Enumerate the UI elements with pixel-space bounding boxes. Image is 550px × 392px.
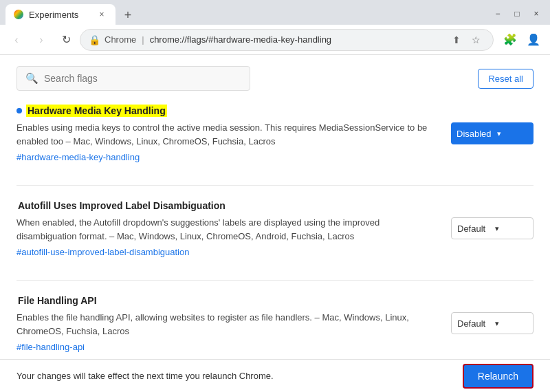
flag-description-2: When enabled, the Autofill dropdown's su… bbox=[16, 216, 440, 243]
search-bar-row: 🔍 Reset all bbox=[16, 66, 534, 91]
bottom-bar: Your changes will take effect the next t… bbox=[0, 359, 550, 392]
flag-dropdown-file[interactable]: Default ▾ bbox=[451, 312, 534, 334]
flag-anchor-link-2[interactable]: #autofill-use-improved-label-disambiguat… bbox=[16, 247, 189, 257]
bottom-message: Your changes will take effect the next t… bbox=[16, 371, 274, 381]
flag-title-row: Hardware Media Key Handling bbox=[16, 105, 534, 117]
relaunch-button[interactable]: Relaunch bbox=[463, 364, 534, 389]
flag-body-2: When enabled, the Autofill dropdown's su… bbox=[16, 216, 534, 258]
flag-description: Enables using media keys to control the … bbox=[16, 121, 440, 148]
omnibox[interactable]: 🔒 Chrome | chrome://flags/#hardware-medi… bbox=[80, 29, 494, 51]
flag-anchor-link[interactable]: #hardware-media-key-handling bbox=[16, 152, 140, 162]
flag-divider bbox=[16, 185, 534, 186]
search-icon: 🔍 bbox=[25, 72, 38, 85]
flag-title-row-2: Autofill Uses Improved Label Disambiguat… bbox=[16, 199, 534, 212]
dropdown-value-3: Default bbox=[457, 318, 490, 329]
flag-title-3: File Handling API bbox=[16, 294, 98, 307]
back-button[interactable]: ‹ bbox=[6, 29, 28, 51]
flag-title-2: Autofill Uses Improved Label Disambiguat… bbox=[16, 199, 227, 212]
reload-button[interactable]: ↻ bbox=[55, 29, 77, 51]
flag-item-file-handling: File Handling API Enables the file handl… bbox=[16, 294, 534, 358]
flag-anchor-link-3[interactable]: #file-handling-api bbox=[16, 342, 85, 352]
forward-button[interactable]: › bbox=[30, 29, 52, 51]
flag-title-row-3: File Handling API bbox=[16, 294, 534, 307]
extensions-button[interactable]: 🧩 bbox=[499, 29, 521, 51]
close-window-button[interactable]: × bbox=[528, 6, 544, 22]
flag-active-dot bbox=[16, 108, 22, 113]
omnibox-separator: | bbox=[140, 34, 145, 45]
search-input[interactable] bbox=[44, 73, 241, 84]
chevron-down-icon: ▾ bbox=[497, 129, 528, 138]
dropdown-value-2: Default bbox=[457, 224, 490, 234]
profile-button[interactable]: 👤 bbox=[522, 29, 544, 51]
flag-desc-col-2: When enabled, the Autofill dropdown's su… bbox=[16, 216, 440, 258]
flag-control-3: Default ▾ bbox=[451, 312, 534, 334]
flag-control: Disabled ▾ bbox=[451, 122, 534, 144]
new-tab-button[interactable]: + bbox=[118, 6, 138, 25]
toolbar-actions: 🧩 👤 bbox=[499, 29, 544, 51]
share-button[interactable]: ⬆ bbox=[448, 31, 465, 49]
flag-dropdown-hardware[interactable]: Disabled ▾ bbox=[451, 122, 534, 144]
bookmark-button[interactable]: ☆ bbox=[467, 31, 485, 49]
flags-content: 🔍 Reset all Hardware Media Key Handling … bbox=[0, 55, 550, 359]
omnibox-actions: ⬆ ☆ bbox=[448, 31, 485, 49]
dropdown-value: Disabled bbox=[456, 129, 492, 139]
omnibox-site: Chrome bbox=[104, 34, 136, 45]
flag-item-autofill-label: Autofill Uses Improved Label Disambiguat… bbox=[16, 199, 534, 263]
chevron-down-icon-3: ▾ bbox=[495, 319, 527, 328]
maximize-button[interactable]: □ bbox=[509, 6, 525, 22]
flag-dropdown-autofill[interactable]: Default ▾ bbox=[451, 217, 534, 239]
flag-desc-col-3: Enables the file handling API, allowing … bbox=[16, 311, 440, 353]
window-controls: − □ × bbox=[490, 6, 544, 25]
flag-description-3: Enables the file handling API, allowing … bbox=[16, 311, 440, 338]
flag-body-3: Enables the file handling API, allowing … bbox=[16, 311, 534, 353]
flag-item-hardware-media-key: Hardware Media Key Handling Enables usin… bbox=[16, 105, 534, 168]
security-icon: 🔒 bbox=[89, 34, 100, 45]
chevron-down-icon-2: ▾ bbox=[495, 224, 527, 233]
flag-body: Enables using media keys to control the … bbox=[16, 121, 534, 163]
reset-all-button[interactable]: Reset all bbox=[478, 69, 534, 89]
flag-title: Hardware Media Key Handling bbox=[26, 105, 167, 117]
minimize-button[interactable]: − bbox=[490, 6, 506, 22]
tab-label: Experiments bbox=[29, 10, 91, 20]
tab-favicon bbox=[14, 10, 23, 19]
flag-divider-2 bbox=[16, 280, 534, 281]
address-bar: ‹ › ↻ 🔒 Chrome | chrome://flags/#hardwar… bbox=[0, 25, 550, 55]
flag-desc-col: Enables using media keys to control the … bbox=[16, 121, 440, 163]
browser-tab[interactable]: Experiments × bbox=[6, 4, 116, 25]
title-bar: Experiments × + − □ × bbox=[0, 0, 550, 25]
omnibox-url: chrome://flags/#hardware-media-key-handl… bbox=[150, 34, 331, 45]
search-box[interactable]: 🔍 bbox=[16, 66, 250, 91]
flag-control-2: Default ▾ bbox=[451, 217, 534, 239]
tab-close-button[interactable]: × bbox=[96, 9, 107, 20]
